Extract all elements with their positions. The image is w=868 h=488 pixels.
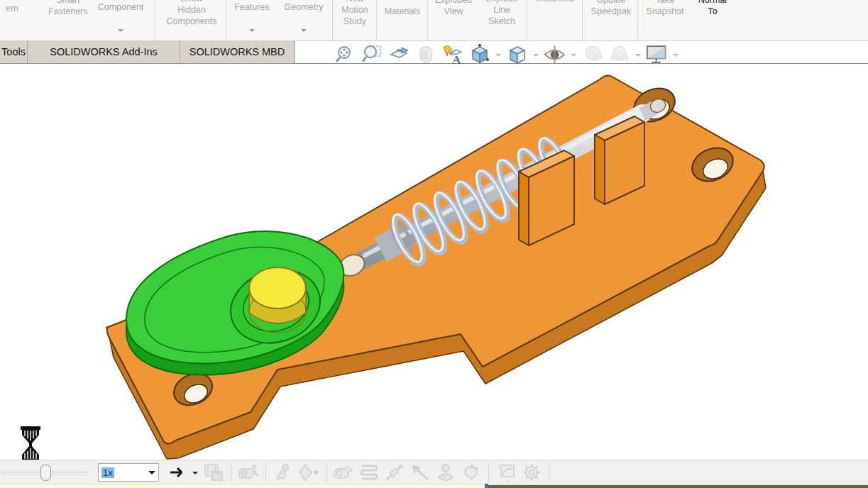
motion-study-properties-gear-icon[interactable] xyxy=(521,462,542,482)
ribbon-separator xyxy=(582,0,583,40)
ribbon-item-component[interactable]: Component xyxy=(88,1,153,13)
chevron-down-icon[interactable] xyxy=(635,54,641,60)
ribbon-separator xyxy=(376,0,377,40)
chevron-down-icon[interactable] xyxy=(118,29,123,35)
svg-text:x: x xyxy=(506,477,509,482)
timeline-dark-strip xyxy=(488,485,868,488)
chevron-down-icon[interactable] xyxy=(301,29,307,35)
ribbon-item-pattern[interactable]: ern xyxy=(1,3,23,14)
ribbon-item-explode-line-sketch[interactable]: Explode Line Sketch xyxy=(478,0,525,27)
chevron-down-icon[interactable] xyxy=(148,471,155,478)
ribbon-item-materials[interactable]: Materials xyxy=(379,6,426,17)
slider-thumb[interactable] xyxy=(40,465,51,481)
ribbon-item-isometric[interactable]: Isometric xyxy=(728,0,774,3)
dynamic-annotation-views-icon[interactable]: A xyxy=(441,44,463,66)
ribbon-item-take-snapshot[interactable]: Take Snapshot xyxy=(640,0,690,17)
ribbon-item-new-motion-study[interactable]: New Motion Study xyxy=(335,0,375,27)
play-mode-arrow-icon[interactable] xyxy=(167,462,189,482)
edit-appearance-icon[interactable] xyxy=(581,44,603,66)
ribbon-item-update-speedpak[interactable]: Update Speedpak xyxy=(585,0,637,17)
ribbon-separator xyxy=(155,0,155,40)
results-plots-icon[interactable]: Yx xyxy=(495,462,517,482)
animation-wizard-icon[interactable] xyxy=(238,462,259,482)
gravity-icon[interactable] xyxy=(461,462,482,482)
contact-icon[interactable] xyxy=(435,462,456,482)
spring-icon[interactable] xyxy=(358,462,380,482)
ribbon-separator xyxy=(332,0,333,40)
toolbar-separator xyxy=(549,463,549,482)
damper-icon[interactable] xyxy=(384,462,405,482)
toolbar-separator xyxy=(231,463,231,482)
ribbon-item-instanced[interactable]: Instanced xyxy=(529,0,581,4)
playback-speed-value: 1x xyxy=(101,467,114,478)
ribbon-item-features[interactable]: Features xyxy=(230,1,274,13)
playback-speed-combo[interactable]: 1x xyxy=(98,463,159,482)
chevron-down-icon[interactable] xyxy=(571,54,576,60)
save-animation-icon[interactable] xyxy=(203,462,224,482)
command-manager-tabs: Tools SOLIDWORKS Add-Ins SOLIDWORKS MBD xyxy=(0,40,295,64)
hide-show-items-icon[interactable] xyxy=(544,44,566,66)
ribbon-item-geometry[interactable]: Geometry xyxy=(278,1,329,13)
tab-solidworks-mbd[interactable]: SOLIDWORKS MBD xyxy=(180,40,295,63)
view-orientation-icon[interactable] xyxy=(468,44,490,66)
chevron-down-icon[interactable] xyxy=(495,54,501,60)
ribbon-item-show-hidden-components[interactable]: Show Hidden Components xyxy=(158,0,226,27)
apply-scene-icon[interactable] xyxy=(608,44,630,66)
toolbar-separator xyxy=(488,463,489,482)
zoom-to-area-icon[interactable] xyxy=(361,44,383,66)
svg-text:A: A xyxy=(452,53,461,65)
chevron-down-icon[interactable] xyxy=(533,54,539,60)
ribbon-item-smart-fasteners[interactable]: Smart Fasteners xyxy=(41,0,95,17)
ribbon-item-normal-to[interactable]: Normal To xyxy=(693,0,732,17)
ribbon-item-trimetric[interactable]: Trimetric xyxy=(775,0,820,3)
heads-up-view-toolbar: A xyxy=(334,43,679,67)
motion-manager-toolbar: 1x Yx xyxy=(0,460,868,484)
tab-solidworks-add-ins[interactable]: SOLIDWORKS Add-Ins xyxy=(28,40,180,63)
toolbar-separator xyxy=(265,463,266,482)
section-view-icon[interactable] xyxy=(414,44,436,66)
assembly-3d-view[interactable] xyxy=(0,64,868,460)
zoom-to-fit-icon[interactable] xyxy=(334,44,356,66)
auto-key-icon[interactable] xyxy=(273,462,294,482)
chevron-down-icon[interactable] xyxy=(673,54,679,60)
ribbon-item-dimetric[interactable]: Dimetric xyxy=(820,0,866,3)
ribbon-separator xyxy=(637,0,638,40)
svg-text:Y: Y xyxy=(497,463,501,470)
graphics-area[interactable] xyxy=(0,64,868,460)
add-key-icon[interactable] xyxy=(298,462,319,482)
ribbon-separator xyxy=(427,0,428,40)
chevron-down-icon[interactable] xyxy=(249,29,255,35)
chevron-down-icon[interactable] xyxy=(192,472,198,477)
view-settings-icon[interactable] xyxy=(646,44,668,66)
ribbon-separator xyxy=(527,0,527,40)
playback-slider[interactable] xyxy=(1,462,88,482)
ribbon-separator xyxy=(226,0,226,40)
tab-tools[interactable]: Tools xyxy=(0,40,28,63)
toolbar-separator xyxy=(326,463,326,482)
motor-icon[interactable] xyxy=(333,462,354,482)
force-icon[interactable] xyxy=(410,462,431,482)
previous-view-icon[interactable] xyxy=(388,44,410,66)
display-style-icon[interactable] xyxy=(506,44,528,66)
ribbon-item-exploded-view[interactable]: Exploded View xyxy=(430,0,477,17)
command-manager-ribbon: ern Smart Fasteners Component Show Hidde… xyxy=(0,0,868,41)
